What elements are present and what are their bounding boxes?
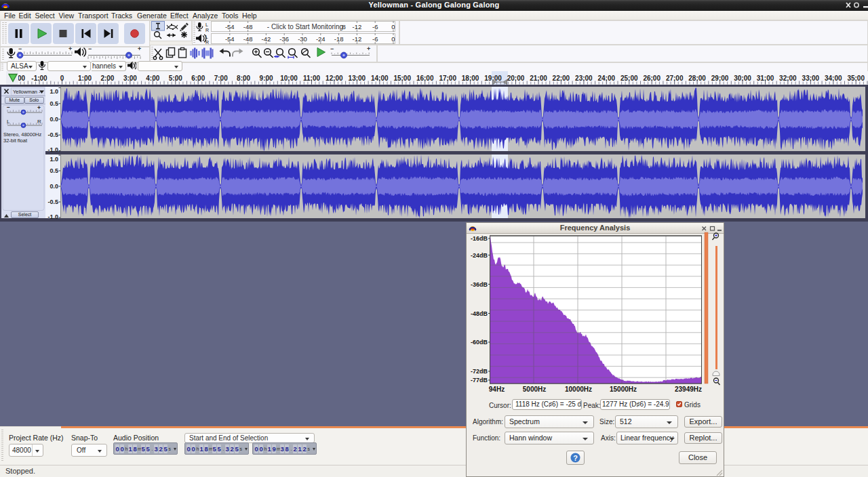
svg-text:-48dB: -48dB [471, 310, 488, 317]
svg-text:-77dB: -77dB [471, 377, 488, 383]
svg-text:23949Hz: 23949Hz [675, 386, 702, 393]
svg-text:-16dB: -16dB [471, 235, 488, 242]
svg-text:10000Hz: 10000Hz [565, 386, 592, 393]
svg-text:-24dB: -24dB [471, 252, 488, 259]
svg-text:5000Hz: 5000Hz [523, 386, 546, 393]
svg-text:-72dB: -72dB [471, 368, 488, 375]
svg-text:-36dB: -36dB [471, 281, 488, 288]
svg-text:-60dB: -60dB [471, 339, 488, 346]
svg-text:94Hz: 94Hz [489, 386, 505, 393]
svg-text:15000Hz: 15000Hz [610, 386, 637, 393]
